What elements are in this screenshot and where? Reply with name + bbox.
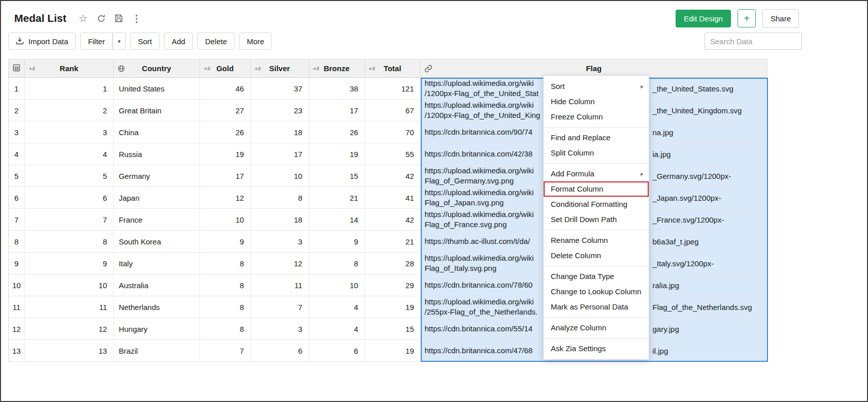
cell-gold[interactable]: 8 (200, 318, 251, 339)
cell-country[interactable]: China (114, 121, 200, 143)
menu-item-find-and-replace[interactable]: Find and Replace (544, 130, 649, 145)
cell-gold[interactable]: 8 (200, 296, 251, 318)
cell-rank[interactable]: 9 (25, 253, 114, 274)
cell-gold[interactable]: 17 (200, 165, 251, 187)
cell-rank[interactable]: 5 (25, 165, 114, 187)
menu-item-ask-zia-settings[interactable]: Ask Zia Settings (544, 341, 649, 356)
cell-rank[interactable]: 7 (25, 209, 114, 230)
row-number[interactable]: 5 (9, 165, 25, 187)
cell-total[interactable]: 121 (365, 78, 421, 99)
cell-silver[interactable]: 3 (251, 231, 309, 252)
menu-item-analyze-column[interactable]: Analyze Column (544, 320, 649, 335)
cell-country[interactable]: South Korea (114, 231, 200, 252)
refresh-icon[interactable] (97, 14, 106, 23)
cell-silver[interactable]: 11 (251, 274, 309, 296)
menu-item-change-data-type[interactable]: Change Data Type (544, 269, 649, 284)
row-number[interactable]: 11 (9, 296, 25, 318)
cell-gold[interactable]: 10 (200, 209, 251, 230)
cell-total[interactable]: 19 (365, 296, 421, 318)
cell-gold[interactable]: 27 (200, 100, 251, 121)
column-header-rank[interactable]: +#Rank (25, 59, 114, 77)
cell-silver[interactable]: 8 (251, 187, 309, 208)
cell-bronze[interactable]: 38 (309, 78, 365, 99)
cell-total[interactable]: 67 (365, 100, 421, 121)
cell-bronze[interactable]: 4 (309, 296, 365, 318)
menu-item-freeze-column[interactable]: Freeze Column (544, 109, 649, 125)
more-button[interactable]: More (239, 33, 272, 50)
cell-bronze[interactable]: 9 (309, 231, 365, 252)
row-number[interactable]: 12 (9, 318, 25, 339)
filter-dropdown-caret-icon[interactable]: ▾ (113, 33, 126, 50)
favorite-star-icon[interactable]: ☆ (79, 12, 88, 24)
cell-total[interactable]: 55 (365, 143, 421, 165)
cell-silver[interactable]: 6 (251, 340, 309, 361)
menu-item-rename-column[interactable]: Rename Column (544, 233, 649, 248)
cell-country[interactable]: Netherlands (114, 296, 200, 318)
row-number[interactable]: 6 (9, 187, 25, 208)
column-header-country[interactable]: Country (114, 59, 200, 77)
cell-total[interactable]: 70 (365, 121, 421, 143)
menu-item-sort[interactable]: Sort▸ (544, 79, 649, 94)
cell-country[interactable]: Australia (114, 274, 200, 296)
cell-bronze[interactable]: 19 (309, 143, 365, 165)
cell-silver[interactable]: 3 (251, 318, 309, 339)
row-number[interactable]: 3 (9, 121, 25, 143)
cell-silver[interactable]: 18 (251, 209, 309, 230)
menu-item-mark-as-personal-data[interactable]: Mark as Personal Data (544, 299, 649, 315)
edit-design-button[interactable]: Edit Design (676, 10, 731, 27)
cell-rank[interactable]: 12 (25, 318, 114, 339)
cell-silver[interactable]: 37 (251, 78, 309, 99)
cell-country[interactable]: Italy (114, 253, 200, 274)
import-data-button[interactable]: Import Data (8, 33, 76, 50)
cell-bronze[interactable]: 17 (309, 100, 365, 121)
cell-bronze[interactable]: 21 (309, 187, 365, 208)
cell-rank[interactable]: 13 (25, 340, 114, 361)
cell-total[interactable]: 28 (365, 253, 421, 274)
cell-country[interactable]: Japan (114, 187, 200, 208)
cell-rank[interactable]: 10 (25, 274, 114, 296)
cell-rank[interactable]: 6 (25, 187, 114, 208)
cell-silver[interactable]: 10 (251, 165, 309, 187)
cell-bronze[interactable]: 15 (309, 165, 365, 187)
save-icon[interactable] (115, 14, 123, 22)
cell-total[interactable]: 29 (365, 274, 421, 296)
cell-rank[interactable]: 1 (25, 78, 114, 99)
filter-button[interactable]: Filter (80, 33, 112, 50)
cell-country[interactable]: Brazil (114, 340, 200, 361)
cell-country[interactable]: United States (114, 78, 200, 99)
menu-item-add-formula[interactable]: Add Formula▸ (544, 166, 649, 181)
cell-silver[interactable]: 23 (251, 100, 309, 121)
cell-silver[interactable]: 17 (251, 143, 309, 165)
row-number[interactable]: 13 (9, 340, 25, 361)
cell-total[interactable]: 42 (365, 165, 421, 187)
cell-rank[interactable]: 2 (25, 100, 114, 121)
row-number[interactable]: 9 (9, 253, 25, 274)
add-button[interactable]: Add (164, 33, 193, 50)
row-number[interactable]: 7 (9, 209, 25, 230)
cell-silver[interactable]: 12 (251, 253, 309, 274)
cell-gold[interactable]: 9 (200, 231, 251, 252)
cell-gold[interactable]: 26 (200, 121, 251, 143)
cell-total[interactable]: 21 (365, 231, 421, 252)
cell-bronze[interactable]: 8 (309, 253, 365, 274)
cell-country[interactable]: Great Britain (114, 100, 200, 121)
row-number[interactable]: 10 (9, 274, 25, 296)
cell-bronze[interactable]: 14 (309, 209, 365, 230)
row-number[interactable]: 4 (9, 143, 25, 165)
menu-item-delete-column[interactable]: Delete Column (544, 248, 649, 263)
select-all-corner-cell[interactable] (9, 59, 25, 77)
row-number[interactable]: 1 (9, 78, 25, 99)
cell-total[interactable]: 19 (365, 340, 421, 361)
cell-gold[interactable]: 46 (200, 78, 251, 99)
cell-silver[interactable]: 7 (251, 296, 309, 318)
column-header-total[interactable]: +#Total (365, 59, 421, 77)
cell-total[interactable]: 15 (365, 318, 421, 339)
cell-rank[interactable]: 4 (25, 143, 114, 165)
menu-item-split-column[interactable]: Split Column (544, 145, 649, 161)
cell-gold[interactable]: 8 (200, 274, 251, 296)
cell-country[interactable]: Germany (114, 165, 200, 187)
menu-item-format-column[interactable]: Format Column (544, 181, 649, 197)
cell-gold[interactable]: 7 (200, 340, 251, 361)
delete-button[interactable]: Delete (197, 33, 235, 50)
cell-bronze[interactable]: 26 (309, 121, 365, 143)
